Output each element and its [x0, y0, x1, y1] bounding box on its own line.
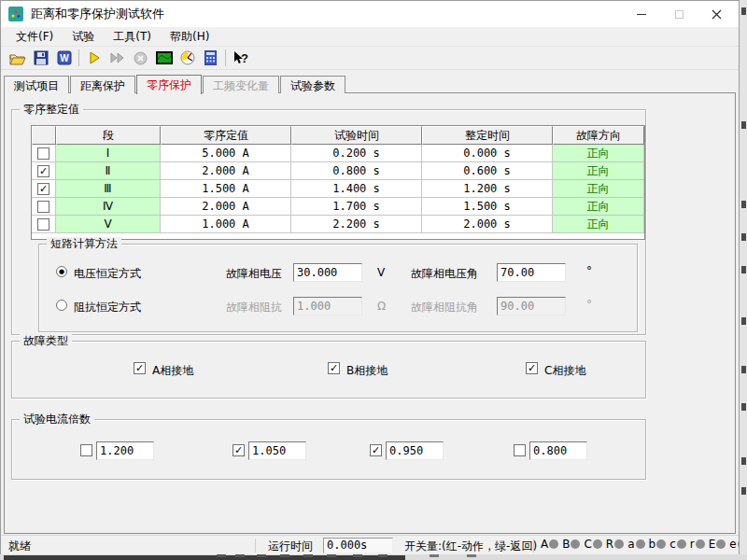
row-select-checkbox[interactable]: ✓ [37, 165, 49, 177]
test-time-cell[interactable]: 0.800 s [291, 162, 422, 180]
fault-direction-cell[interactable]: 正向 [553, 162, 644, 180]
setting-value-cell[interactable]: 2.000 A [161, 162, 291, 180]
status-bar: 就绪 运行时间 0.000s 开关量:(红-动作，绿-返回) A B C R a… [1, 535, 739, 554]
multiple-3-checkbox[interactable]: ✓ [370, 444, 382, 456]
test-time-cell[interactable]: 1.700 s [291, 198, 422, 216]
runtime-value: 0.000s [323, 538, 393, 553]
close-button[interactable] [698, 1, 735, 27]
segment-cell: Ⅳ [56, 198, 161, 216]
context-help-button[interactable]: ? [229, 48, 252, 69]
fast-forward-button[interactable] [106, 48, 129, 69]
phase-c-ground-label[interactable]: C相接地 [544, 363, 585, 379]
test-time-cell[interactable]: 0.200 s [291, 145, 422, 162]
toolbar-separator [78, 49, 79, 66]
multiple-4-checkbox[interactable] [514, 444, 526, 456]
group-title: 故障类型 [20, 334, 72, 347]
fault-phase-voltage-angle-input[interactable] [497, 263, 566, 282]
row-select-checkbox[interactable]: ✓ [37, 183, 49, 195]
test-time-cell[interactable]: 2.200 s [291, 216, 422, 233]
tab-distance-protection[interactable]: 距离保护 [70, 76, 135, 93]
setting-value-cell[interactable]: 1.500 A [161, 180, 291, 198]
fault-direction-cell[interactable]: 正向 [553, 180, 644, 198]
indicator-lamp [656, 539, 666, 549]
open-folder-icon [9, 51, 26, 65]
phase-c-ground-checkbox[interactable]: ✓ [526, 362, 538, 374]
calculator-button[interactable] [199, 48, 222, 69]
multiple-1-input[interactable] [96, 441, 154, 460]
status-ready-text: 就绪 [8, 539, 31, 554]
maximize-icon [675, 10, 684, 19]
background-window-sliver [740, 0, 747, 560]
table-header-row: 段 零序定值 试验时间 整定时间 故障方向 [32, 126, 644, 145]
row-select-checkbox[interactable] [37, 218, 49, 231]
stop-test-button[interactable] [129, 48, 152, 69]
set-time-cell[interactable]: 1.500 s [422, 198, 553, 216]
close-icon [712, 9, 722, 20]
row-select-checkbox[interactable] [37, 147, 49, 160]
menu-tools[interactable]: 工具(T) [104, 27, 161, 47]
phase-a-ground-label[interactable]: A相接地 [152, 363, 193, 379]
table-row: Ⅴ 1.000 A 2.200 s 2.000 s 正向 [32, 216, 644, 233]
svg-text:?: ? [241, 51, 248, 65]
minimize-button[interactable] [623, 1, 660, 27]
multiple-3-input[interactable] [386, 441, 444, 460]
indicator-label: A [541, 538, 548, 551]
indicator-label: E [709, 538, 716, 551]
app-window: 距离和零序保护测试软件 文件(F) 试验 工具(T) 帮助(H) [0, 0, 740, 554]
table-row: ✓ Ⅲ 1.500 A 1.400 s 1.200 s 正向 [32, 180, 644, 198]
export-report-button[interactable]: W [52, 48, 76, 69]
set-time-cell[interactable]: 1.200 s [422, 180, 553, 198]
phase-b-ground-checkbox[interactable]: ✓ [328, 362, 340, 374]
set-time-cell[interactable]: 0.000 s [422, 145, 553, 162]
fault-direction-cell[interactable]: 正向 [553, 216, 644, 233]
voltage-mode-label[interactable]: 电压恒定方式 [74, 266, 141, 282]
fault-direction-cell[interactable]: 正向 [553, 198, 644, 216]
group-title: 短路计算方法 [47, 237, 121, 250]
indicator-lamp [636, 539, 645, 549]
group-title: 试验电流倍数 [20, 413, 94, 426]
menu-test[interactable]: 试验 [63, 27, 104, 47]
multiple-4-input[interactable] [529, 441, 587, 460]
tab-zero-sequence-protection[interactable]: 零序保护 [136, 75, 202, 94]
open-file-button[interactable] [6, 48, 29, 69]
multiple-1-checkbox[interactable] [80, 444, 92, 456]
statusbar-separator [255, 539, 256, 553]
save-file-button[interactable] [29, 48, 52, 69]
toolbar: W [1, 46, 739, 70]
test-time-cell[interactable]: 1.400 s [291, 180, 422, 198]
fault-phase-voltage-input[interactable] [293, 263, 362, 282]
multiple-2-checkbox[interactable]: ✓ [233, 444, 245, 456]
menu-help[interactable]: 帮助(H) [161, 27, 218, 47]
setting-value-cell[interactable]: 5.000 A [161, 145, 291, 162]
degree-unit: ° [586, 298, 592, 311]
tab-test-items[interactable]: 测试项目 [4, 76, 69, 93]
menu-file[interactable]: 文件(F) [7, 27, 63, 47]
table-row: ✓ Ⅱ 2.000 A 0.800 s 0.600 s 正向 [32, 162, 644, 180]
setting-value-cell[interactable]: 1.000 A [161, 216, 291, 233]
title-bar: 距离和零序保护测试软件 [1, 1, 739, 27]
vector-diagram-icon [180, 50, 195, 65]
fault-phase-impedance-input [293, 297, 362, 315]
setting-value-cell[interactable]: 2.000 A [161, 198, 291, 216]
short-circuit-method-group: 短路计算方法 ● 电压恒定方式 故障相电压 V 故障相电压角 ° 阻抗恒定方式 … [38, 244, 638, 332]
impedance-mode-radio[interactable] [56, 300, 67, 311]
window-title: 距离和零序保护测试软件 [31, 6, 164, 22]
segment-cell: Ⅲ [56, 180, 161, 198]
start-test-button[interactable] [82, 48, 106, 69]
row-select-checkbox[interactable] [37, 201, 49, 213]
tab-power-frequency-variation[interactable]: 工频变化量 [203, 76, 279, 93]
voltage-mode-radio[interactable]: ● [56, 266, 67, 277]
set-time-cell[interactable]: 2.000 s [422, 216, 553, 233]
header-fault-direction: 故障方向 [553, 126, 644, 145]
fault-direction-cell[interactable]: 正向 [553, 145, 644, 162]
tab-test-parameters[interactable]: 试验参数 [280, 76, 345, 93]
multiple-2-input[interactable] [248, 441, 306, 460]
maximize-button[interactable] [660, 1, 698, 27]
phase-b-ground-label[interactable]: B相接地 [346, 363, 388, 379]
table-row: Ⅳ 2.000 A 1.700 s 1.500 s 正向 [32, 198, 644, 216]
waveform-display-button[interactable] [152, 48, 176, 69]
set-time-cell[interactable]: 0.600 s [422, 162, 553, 180]
vector-diagram-button[interactable] [176, 48, 199, 69]
impedance-mode-label[interactable]: 阻抗恒定方式 [74, 300, 141, 315]
phase-a-ground-checkbox[interactable]: ✓ [134, 362, 146, 374]
